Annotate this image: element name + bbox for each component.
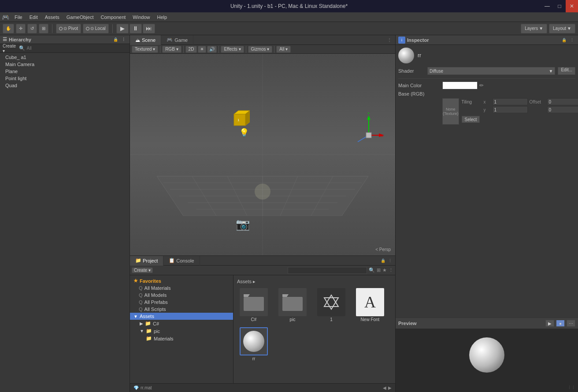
local-button[interactable]: ⊙ Local [83, 24, 109, 33]
materials-label: Materials [154, 336, 174, 341]
texture-none-box[interactable]: None (Texture) [442, 98, 459, 125]
favorites-section[interactable]: ★ Favorites [130, 277, 233, 285]
lighting-button[interactable]: ☀ [198, 46, 206, 53]
project-options-icon[interactable]: ⋮ [389, 267, 393, 273]
hierarchy-title: Hierarchy [9, 37, 31, 42]
menu-file[interactable]: File [11, 14, 26, 21]
base-rgb-label: Base (RGB) [398, 91, 575, 96]
effects-button[interactable]: Effects ▾ [221, 46, 244, 53]
hierarchy-item-cube[interactable]: Cube_ a1 [0, 54, 130, 61]
project-resize-right[interactable]: ▶ [388, 385, 392, 390]
tiling-x-input[interactable] [493, 98, 528, 105]
sidebar-materials-folder[interactable]: 📁 Materials [130, 335, 233, 342]
pic-label: pic [154, 329, 160, 334]
pivot-radio-icon [59, 27, 63, 30]
camera-object: 📷 [236, 218, 250, 231]
2d-button[interactable]: 2D [185, 46, 197, 53]
draw-mode-button[interactable]: Textured ▾ [132, 46, 158, 53]
menu-help[interactable]: Help [153, 14, 170, 21]
rr-material-icon [240, 327, 268, 355]
hierarchy-item-camera[interactable]: Main Camera [0, 61, 130, 68]
search-icon-mat: Q [139, 285, 143, 291]
gizmos-button[interactable]: Gizmos ▾ [248, 46, 273, 53]
hierarchy-options-icon[interactable]: ⋮ [120, 36, 127, 43]
scale-tool-button[interactable]: ⊞ [39, 24, 48, 33]
shader-edit-button[interactable]: Edit... [558, 67, 575, 75]
asset-csharp[interactable]: C# [237, 288, 270, 322]
project-search-input[interactable] [288, 267, 367, 274]
scene-viewport[interactable]: 1 💡 📷 [130, 54, 395, 255]
inspector-lock-icon[interactable]: 🔒 [560, 37, 567, 44]
hierarchy-lock-icon[interactable]: 🔒 [112, 36, 119, 43]
minimize-button[interactable]: — [541, 0, 553, 12]
menu-gameobject[interactable]: GameObject [63, 14, 97, 21]
select-texture-button[interactable]: Select [462, 116, 480, 123]
menu-assets[interactable]: Assets [41, 14, 63, 21]
pause-button[interactable]: ⏸ [130, 24, 142, 33]
preview-sphere-button[interactable]: ● [556, 320, 565, 327]
move-tool-button[interactable]: ✛ [16, 24, 26, 33]
hierarchy-search-input[interactable] [27, 46, 127, 51]
sidebar-all-prefabs[interactable]: Q All Prefabs [130, 299, 233, 306]
project-tab[interactable]: 📁 Project [130, 256, 163, 266]
main-color-edit-icon[interactable]: ✏ [479, 82, 484, 89]
asset-font[interactable]: A New Font [353, 288, 387, 322]
game-tab[interactable]: 🎮 Game [161, 35, 193, 45]
sidebar-all-models[interactable]: Q All Models [130, 292, 233, 299]
project-toolbar-right: 🔍 ⊞ ★ ⋮ [288, 267, 393, 274]
shader-dropdown[interactable]: Diffuse ▼ [427, 67, 555, 75]
sidebar-pic-folder[interactable]: ▼ 📁 pic [130, 327, 233, 335]
project-view-toggle[interactable]: ⊞ [377, 267, 381, 273]
audio-button[interactable]: 🔊 [207, 46, 217, 53]
toolbar-separator-2 [112, 24, 113, 33]
preview-play-button[interactable]: ▶ [545, 320, 554, 327]
perspective-label: < Persp [375, 247, 391, 252]
hierarchy-item-pointlight[interactable]: Point light [0, 75, 130, 82]
maximize-button[interactable]: □ [553, 0, 566, 12]
sidebar-all-materials[interactable]: Q All Materials [130, 285, 233, 292]
scene-tab[interactable]: ⛰ Scene [130, 35, 161, 45]
step-button[interactable]: ⏭ [143, 24, 155, 33]
offset-x-input[interactable] [547, 98, 578, 105]
base-rgb-section: Base (RGB) None (Texture) Tiling x Offse [398, 91, 575, 125]
sidebar-assets-root[interactable]: ▼ Assets [130, 313, 233, 320]
project-star-icon[interactable]: ★ [382, 267, 387, 273]
unity-logo-icon: 🎮 [2, 14, 9, 21]
hierarchy-create-button[interactable]: Create ▾ [3, 44, 16, 53]
offset-y-input[interactable] [547, 106, 578, 113]
layout-dropdown[interactable]: Layout ▼ [549, 24, 575, 33]
main-color-swatch[interactable] [442, 81, 478, 89]
bottom-lock-icon[interactable]: 🔒 [379, 257, 386, 264]
close-button[interactable]: ✕ [566, 0, 578, 12]
scene-toolbar: Textured ▾ RGB ▾ 2D ☀ 🔊 Effects ▾ Gizmos… [130, 45, 395, 54]
project-resize-left[interactable]: ◀ [383, 385, 386, 390]
bottom-options-icon[interactable]: ⋮ [386, 257, 393, 264]
svg-marker-33 [282, 294, 289, 297]
csharp-label: C# [153, 321, 159, 326]
inspector-more-icon[interactable]: ⋮⋮ [567, 385, 575, 390]
pivot-button[interactable]: ⊙ Pivot [56, 24, 81, 33]
tiling-y-input[interactable] [493, 106, 528, 113]
inspector-title: Inspector [407, 37, 429, 43]
all-button[interactable]: All ▾ [276, 46, 291, 53]
sidebar-all-scripts[interactable]: Q All Scripts [130, 306, 233, 313]
inspector-options-icon[interactable]: ⋮ [568, 37, 575, 44]
preview-dots-button[interactable]: ⋯ [567, 320, 575, 327]
hierarchy-item-quad[interactable]: Quad [0, 82, 130, 89]
project-create-button[interactable]: Create ▾ [132, 267, 153, 273]
asset-pic[interactable]: pic [276, 288, 309, 322]
hierarchy-item-plane[interactable]: Plane [0, 68, 130, 75]
menu-window[interactable]: Window [129, 14, 153, 21]
hand-tool-button[interactable]: ✋ [3, 24, 14, 33]
sidebar-csharp-folder[interactable]: ▶ 📁 C# [130, 320, 233, 327]
view-options-icon[interactable]: ⋮ [385, 37, 393, 42]
menu-component[interactable]: Component [97, 14, 129, 21]
rotate-tool-button[interactable]: ↺ [27, 24, 37, 33]
layers-dropdown[interactable]: Layers ▼ [521, 24, 547, 33]
color-mode-button[interactable]: RGB ▾ [162, 46, 181, 53]
console-tab[interactable]: 📋 Console [163, 256, 200, 266]
asset-rr-material[interactable]: rr [237, 327, 270, 361]
asset-unity[interactable]: 1 [315, 288, 348, 322]
menu-edit[interactable]: Edit [26, 14, 41, 21]
play-button[interactable]: ▶ [116, 24, 129, 33]
